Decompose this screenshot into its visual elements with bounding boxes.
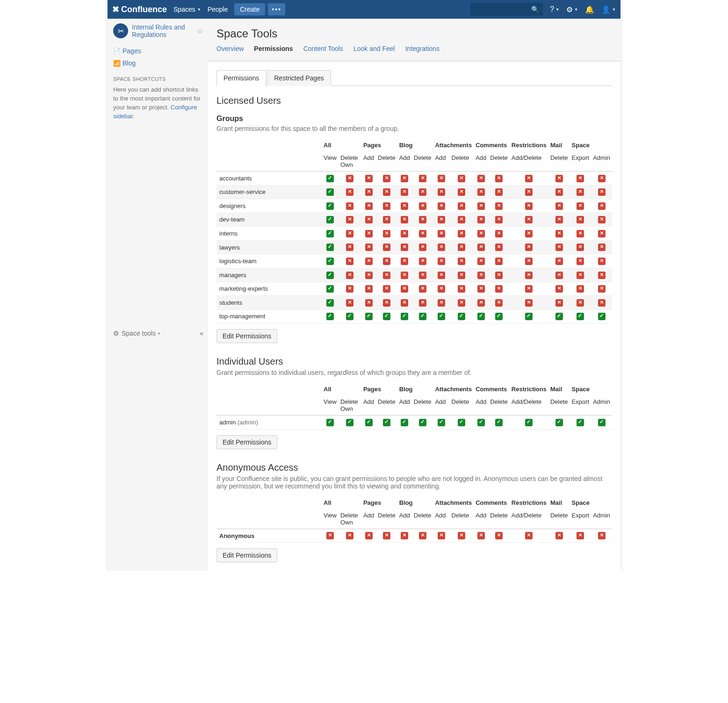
permission-cell [376, 185, 397, 199]
create-button[interactable]: Create [234, 3, 265, 15]
permission-cell [397, 309, 412, 323]
row-name: admin (admin) [216, 416, 322, 430]
check-icon [458, 419, 465, 426]
cross-icon [555, 272, 563, 279]
permission-cell [322, 199, 339, 213]
permissions-subtabs: Permissions Restricted Pages [216, 70, 612, 86]
permission-cell [376, 199, 397, 213]
nav-people[interactable]: People [208, 6, 228, 13]
sidebar-link-blog[interactable]: 📶 Blog [113, 57, 203, 69]
collapse-sidebar-icon[interactable]: « [200, 330, 203, 337]
permission-cell [510, 309, 548, 323]
permission-cell [339, 227, 361, 241]
cross-icon [598, 188, 605, 196]
sidebar-link-pages[interactable]: 📄 Pages [113, 45, 203, 57]
permission-cell [450, 240, 474, 254]
permission-cell [570, 309, 591, 323]
cross-icon [401, 244, 408, 251]
user-menu[interactable]: 👤▼ [601, 5, 616, 14]
permission-cell [339, 185, 361, 199]
cross-icon [525, 258, 533, 265]
confluence-logo-icon: ✖ [112, 4, 119, 14]
permission-cell [397, 172, 412, 186]
cross-icon [365, 216, 373, 223]
subtab-permissions[interactable]: Permissions [216, 70, 266, 86]
create-more-button[interactable]: ••• [268, 3, 285, 15]
permission-cell [339, 296, 361, 310]
permission-cell [339, 240, 361, 254]
permission-cell [322, 227, 339, 241]
permission-cell [376, 172, 397, 186]
permission-cell [488, 268, 510, 282]
tab-content-tools[interactable]: Content Tools [303, 45, 343, 56]
permission-cell [376, 529, 397, 543]
anonymous-permissions-table: AllPagesBlogAttachmentsCommentsRestricti… [216, 495, 612, 543]
permission-cell [433, 213, 449, 227]
search-input[interactable]: 🔍 [470, 3, 543, 16]
permission-cell [412, 529, 433, 543]
permission-cell [322, 172, 339, 186]
permission-cell [488, 213, 510, 227]
cross-icon [419, 216, 426, 223]
permission-cell [339, 282, 361, 296]
nav-spaces[interactable]: Spaces ▼ [173, 6, 201, 13]
star-icon[interactable]: ☆ [197, 27, 203, 36]
check-icon [383, 313, 390, 320]
permission-cell [510, 254, 548, 268]
cross-icon [477, 244, 485, 251]
tab-integrations[interactable]: Integrations [405, 45, 440, 56]
confluence-logo[interactable]: ✖ Confluence [112, 4, 167, 14]
edit-permissions-button[interactable]: Edit Permissions [216, 329, 277, 343]
notifications-icon[interactable]: 🔔 [585, 5, 594, 14]
permission-cell [361, 268, 376, 282]
cross-icon [525, 230, 533, 237]
table-row: Anonymous [216, 529, 612, 543]
permission-cell [433, 240, 449, 254]
cross-icon [555, 258, 563, 265]
permission-cell [474, 172, 488, 186]
cross-icon [598, 175, 605, 182]
check-icon [326, 230, 334, 237]
cross-icon [458, 202, 465, 210]
tab-overview[interactable]: Overview [216, 45, 244, 56]
permission-cell [548, 268, 570, 282]
tab-permissions[interactable]: Permissions [254, 45, 293, 56]
space-tools-link[interactable]: ⚙ Space tools ▾ [113, 330, 160, 337]
permission-cell [591, 227, 612, 241]
permission-cell [510, 529, 548, 543]
permission-cell [510, 172, 548, 186]
permission-cell [474, 227, 488, 241]
permission-cell [548, 529, 570, 543]
edit-permissions-button[interactable]: Edit Permissions [216, 435, 277, 449]
tab-look-and-feel[interactable]: Look and Feel [353, 45, 395, 56]
space-title-link[interactable]: Internal Rules and Regulations [132, 23, 193, 38]
edit-permissions-button[interactable]: Edit Permissions [216, 548, 277, 562]
cross-icon [555, 216, 563, 223]
permission-cell [339, 309, 361, 323]
permission-cell [412, 199, 433, 213]
cross-icon [346, 175, 353, 182]
check-icon [458, 313, 465, 320]
permission-cell [376, 416, 397, 430]
permission-cell [450, 199, 474, 213]
check-icon [383, 419, 390, 426]
permission-cell [570, 240, 591, 254]
cross-icon [346, 244, 353, 251]
cross-icon [598, 258, 605, 265]
cross-icon [577, 216, 584, 223]
cross-icon [365, 299, 373, 307]
cross-icon [401, 299, 408, 307]
permission-cell [322, 282, 339, 296]
permission-cell [450, 416, 474, 430]
shortcuts-heading: SPACE SHORTCUTS [113, 76, 203, 82]
cross-icon [438, 202, 445, 210]
help-menu[interactable]: ?▼ [550, 5, 559, 14]
cross-icon [577, 285, 584, 293]
subtab-restricted-pages[interactable]: Restricted Pages [267, 70, 331, 86]
cross-icon [438, 299, 445, 307]
cross-icon [555, 230, 563, 237]
permission-cell [591, 199, 612, 213]
permission-cell [376, 254, 397, 268]
settings-menu[interactable]: ⚙▼ [566, 5, 578, 14]
cross-icon [555, 202, 563, 210]
